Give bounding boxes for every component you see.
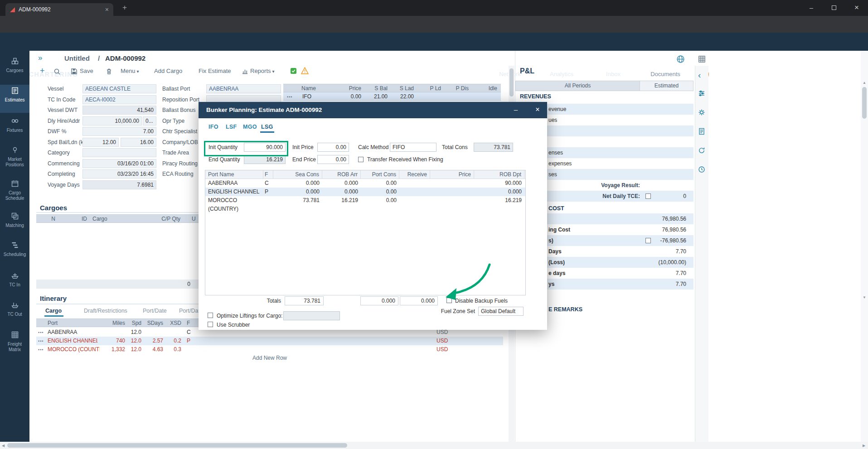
fuel-summary-header: Name Price S Bal S Lad P Ld P Dis Idle [283, 84, 501, 92]
field-label: Spd Bal/Ldn (kn) [48, 138, 88, 147]
window-restore-button[interactable] [823, 0, 845, 15]
ballast-port-field[interactable]: AABENRAA [206, 84, 281, 93]
optimize-cargo-field[interactable] [283, 311, 340, 320]
sidebar-item-cargoes[interactable]: Cargoes [0, 55, 29, 82]
end-price-field[interactable]: 0.00 [317, 155, 349, 164]
completing-field[interactable]: 03/23/20 16:45 [82, 169, 156, 179]
scroll-up-icon[interactable] [863, 81, 866, 85]
scrollbar-thumb[interactable] [7, 443, 347, 448]
tab-draft-restrictions[interactable]: Draft/Restrictions [84, 308, 127, 314]
document-icon[interactable] [698, 128, 705, 135]
refresh-icon[interactable] [698, 147, 705, 154]
bunker-grid-row[interactable]: ENGLISH CHANNEL P 0.000 0.000 0.00 0.000 [205, 188, 525, 196]
active-tab-underline [260, 131, 274, 133]
modal-minimize-icon[interactable]: – [507, 102, 525, 118]
horizontal-scrollbar[interactable] [0, 442, 868, 449]
fix-estimate-button[interactable]: Fix Estimate [199, 68, 231, 74]
itinerary-row[interactable]: ENGLISH CHANNEL 740 12.0 2.57 0.2 P USD [36, 337, 503, 345]
sidebar-item-tc-out[interactable]: TC Out [0, 299, 29, 327]
nav-analytics[interactable]: Analytics [545, 71, 578, 77]
spd-ballast-field[interactable]: 12.00 [82, 138, 119, 147]
init-price-field[interactable]: 0.00 [317, 143, 349, 152]
breadcrumb-untitled[interactable]: Untitled [64, 54, 90, 62]
filter-sliders-icon[interactable] [698, 90, 705, 97]
row-menu-icon[interactable] [38, 345, 44, 354]
add-icon[interactable] [40, 66, 45, 76]
scrollbar-thumb[interactable] [509, 68, 514, 97]
expand-panel-icon[interactable] [38, 53, 42, 63]
tc-in-code-field[interactable]: AECA-I0002 [82, 95, 156, 104]
window-close-button[interactable] [845, 0, 868, 15]
add-new-row-button[interactable]: Add New Row [36, 354, 503, 362]
field-label: Piracy Routing [162, 159, 198, 168]
sidebar-item-tc-in[interactable]: TC In [0, 270, 29, 298]
modal-title-bar[interactable]: Bunker Planning: Estimate ADM-000992 [199, 102, 547, 118]
row-menu-icon[interactable] [287, 92, 292, 101]
clock-icon[interactable] [698, 166, 705, 173]
commencing-field[interactable]: 03/16/20 01:00 [82, 159, 156, 168]
row-menu-icon[interactable] [38, 337, 44, 346]
itinerary-row[interactable]: MOROCCO (COUNTRY 1,332 12.0 4.63 0.3 USD [36, 345, 503, 354]
sidebar-item-fixtures[interactable]: Fixtures [0, 115, 29, 143]
bunker-grid-row[interactable]: AABENRAA C 0.000 0.000 0.00 90.000 [205, 179, 525, 188]
calc-method-select[interactable]: FIFO [390, 143, 436, 152]
warning-icon[interactable] [301, 67, 309, 76]
scroll-left-icon[interactable] [2, 444, 5, 448]
sidebar-item-cargo-schedule[interactable]: Cargo Schedule [0, 178, 29, 208]
nav-documents[interactable]: Documents [648, 71, 683, 77]
modal-close-icon[interactable]: × [529, 102, 547, 118]
pnl-period-header[interactable]: All Periods [515, 81, 640, 91]
category-field[interactable] [82, 148, 156, 157]
tab-cargo[interactable]: Cargo [45, 308, 62, 314]
fuel-summary-row[interactable]: IFO 0.00 21.00 22.00 [283, 92, 501, 101]
sidebar-item-scheduling[interactable]: Scheduling [0, 239, 29, 267]
globe-icon[interactable] [676, 55, 685, 65]
scroll-down-icon[interactable] [863, 295, 866, 299]
add-cargo-button[interactable]: Add Cargo [154, 68, 182, 74]
gear-icon[interactable] [698, 109, 705, 116]
annotation-arrow [433, 259, 496, 304]
new-tab-button[interactable] [122, 3, 127, 12]
collapse-panel-icon[interactable] [698, 72, 701, 79]
sidebar-item-matching[interactable]: Matching [0, 210, 29, 237]
sidebar-item-market-positions[interactable]: Market Positions [0, 144, 29, 176]
tab-port-date-2[interactable]: Port/Dat [179, 308, 200, 314]
transfer-received-checkbox[interactable] [358, 157, 364, 162]
tab-lsg[interactable]: LSG [261, 124, 273, 130]
addr-field[interactable]: 0... [143, 116, 156, 126]
window-minimize-button[interactable] [800, 0, 823, 15]
use-scrubber-checkbox[interactable] [208, 322, 213, 327]
calc-method-label: Calc Method [358, 143, 388, 152]
spd-laden-field[interactable]: 16.00 [121, 138, 156, 147]
tab-close-icon[interactable] [105, 6, 109, 13]
validated-badge-icon[interactable] [290, 68, 297, 76]
tab-lsf[interactable]: LSF [226, 124, 237, 130]
sidebar-item-estimates[interactable]: Estimates [0, 85, 29, 113]
pnl-checkbox[interactable] [645, 238, 651, 243]
tab-port-date[interactable]: Port/Date [143, 308, 167, 314]
scroll-right-icon[interactable] [863, 444, 865, 448]
bunker-grid-row[interactable]: MOROCCO (COUNTRY) 73.781 16.219 0.00 16.… [205, 196, 525, 205]
tab-ifo[interactable]: IFO [209, 124, 218, 130]
pnl-title: P&L [520, 67, 534, 75]
cargoes-section-title: Cargoes [40, 204, 67, 212]
optimize-liftings-checkbox[interactable] [208, 313, 213, 318]
dwf-field[interactable]: 7.00 [82, 127, 156, 136]
reports-button[interactable]: Reports [250, 68, 275, 74]
search-icon[interactable] [53, 68, 61, 77]
scrollbar-thumb[interactable] [862, 87, 867, 119]
nav-inbox[interactable]: Inbox [603, 71, 624, 77]
tab-mgo[interactable]: MGO [243, 124, 257, 130]
sidebar-item-freight-matrix[interactable]: Freight Matrix [0, 329, 29, 361]
browser-tab[interactable]: ADM-000992 [5, 3, 113, 16]
right-vertical-scrollbar[interactable] [861, 51, 868, 442]
trash-icon[interactable] [106, 68, 112, 76]
fuel-zone-set-select[interactable]: Global Default [478, 307, 524, 316]
dly-hire-field[interactable]: 10,000.00 [82, 116, 142, 126]
menu-button[interactable]: Menu [121, 68, 139, 74]
grid-view-icon[interactable] [698, 55, 706, 64]
save-button[interactable]: Save [80, 68, 93, 74]
tce-checkbox[interactable] [645, 193, 651, 199]
row-menu-icon[interactable] [38, 328, 44, 337]
vessel-field[interactable]: AEGEAN CASTLE [82, 84, 156, 93]
